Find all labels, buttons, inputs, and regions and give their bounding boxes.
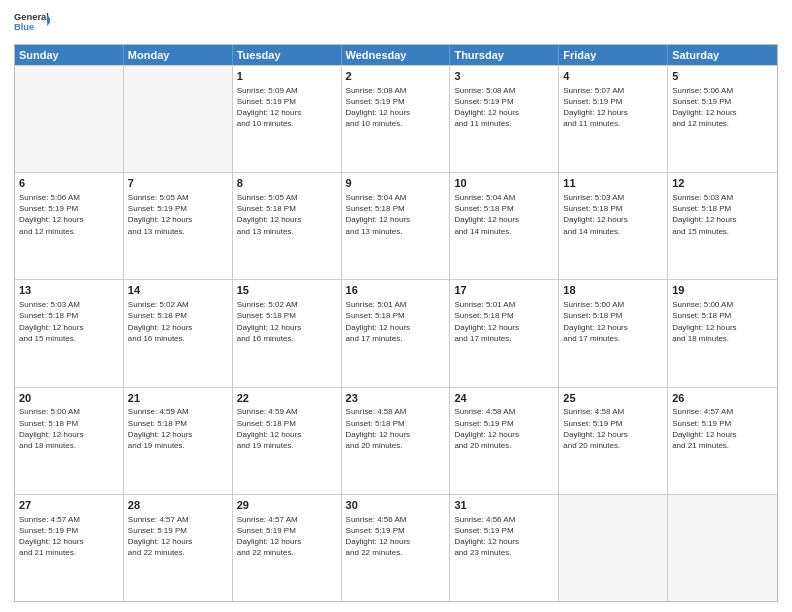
day-number: 24 bbox=[454, 391, 554, 406]
day-cell-28: 28Sunrise: 4:57 AM Sunset: 5:19 PM Dayli… bbox=[124, 495, 233, 601]
day-info: Sunrise: 5:05 AM Sunset: 5:18 PM Dayligh… bbox=[237, 192, 337, 237]
day-cell-18: 18Sunrise: 5:00 AM Sunset: 5:18 PM Dayli… bbox=[559, 280, 668, 386]
week-row-4: 20Sunrise: 5:00 AM Sunset: 5:18 PM Dayli… bbox=[15, 387, 777, 494]
day-info: Sunrise: 5:07 AM Sunset: 5:19 PM Dayligh… bbox=[563, 85, 663, 130]
svg-text:Blue: Blue bbox=[14, 22, 34, 32]
day-cell-30: 30Sunrise: 4:56 AM Sunset: 5:19 PM Dayli… bbox=[342, 495, 451, 601]
day-cell-11: 11Sunrise: 5:03 AM Sunset: 5:18 PM Dayli… bbox=[559, 173, 668, 279]
day-cell-22: 22Sunrise: 4:59 AM Sunset: 5:18 PM Dayli… bbox=[233, 388, 342, 494]
day-number: 26 bbox=[672, 391, 773, 406]
day-cell-20: 20Sunrise: 5:00 AM Sunset: 5:18 PM Dayli… bbox=[15, 388, 124, 494]
day-number: 1 bbox=[237, 69, 337, 84]
day-info: Sunrise: 5:04 AM Sunset: 5:18 PM Dayligh… bbox=[454, 192, 554, 237]
day-number: 5 bbox=[672, 69, 773, 84]
day-cell-21: 21Sunrise: 4:59 AM Sunset: 5:18 PM Dayli… bbox=[124, 388, 233, 494]
day-cell-29: 29Sunrise: 4:57 AM Sunset: 5:19 PM Dayli… bbox=[233, 495, 342, 601]
day-number: 21 bbox=[128, 391, 228, 406]
day-cell-14: 14Sunrise: 5:02 AM Sunset: 5:18 PM Dayli… bbox=[124, 280, 233, 386]
day-info: Sunrise: 5:00 AM Sunset: 5:18 PM Dayligh… bbox=[19, 406, 119, 451]
day-number: 7 bbox=[128, 176, 228, 191]
day-number: 11 bbox=[563, 176, 663, 191]
day-number: 29 bbox=[237, 498, 337, 513]
day-info: Sunrise: 4:57 AM Sunset: 5:19 PM Dayligh… bbox=[128, 514, 228, 559]
day-info: Sunrise: 4:59 AM Sunset: 5:18 PM Dayligh… bbox=[237, 406, 337, 451]
day-cell-2: 2Sunrise: 5:08 AM Sunset: 5:19 PM Daylig… bbox=[342, 66, 451, 172]
header-tuesday: Tuesday bbox=[233, 45, 342, 65]
day-number: 2 bbox=[346, 69, 446, 84]
day-cell-17: 17Sunrise: 5:01 AM Sunset: 5:18 PM Dayli… bbox=[450, 280, 559, 386]
header-wednesday: Wednesday bbox=[342, 45, 451, 65]
day-cell-8: 8Sunrise: 5:05 AM Sunset: 5:18 PM Daylig… bbox=[233, 173, 342, 279]
day-number: 20 bbox=[19, 391, 119, 406]
week-row-1: 1Sunrise: 5:09 AM Sunset: 5:19 PM Daylig… bbox=[15, 65, 777, 172]
day-info: Sunrise: 4:57 AM Sunset: 5:19 PM Dayligh… bbox=[19, 514, 119, 559]
day-info: Sunrise: 4:58 AM Sunset: 5:18 PM Dayligh… bbox=[346, 406, 446, 451]
day-info: Sunrise: 5:03 AM Sunset: 5:18 PM Dayligh… bbox=[563, 192, 663, 237]
calendar-header: SundayMondayTuesdayWednesdayThursdayFrid… bbox=[15, 45, 777, 65]
header-thursday: Thursday bbox=[450, 45, 559, 65]
day-number: 16 bbox=[346, 283, 446, 298]
day-cell-16: 16Sunrise: 5:01 AM Sunset: 5:18 PM Dayli… bbox=[342, 280, 451, 386]
day-info: Sunrise: 4:58 AM Sunset: 5:19 PM Dayligh… bbox=[454, 406, 554, 451]
day-number: 28 bbox=[128, 498, 228, 513]
day-number: 18 bbox=[563, 283, 663, 298]
day-number: 25 bbox=[563, 391, 663, 406]
header-friday: Friday bbox=[559, 45, 668, 65]
day-info: Sunrise: 5:06 AM Sunset: 5:19 PM Dayligh… bbox=[672, 85, 773, 130]
day-info: Sunrise: 5:03 AM Sunset: 5:18 PM Dayligh… bbox=[19, 299, 119, 344]
day-cell-13: 13Sunrise: 5:03 AM Sunset: 5:18 PM Dayli… bbox=[15, 280, 124, 386]
day-cell-27: 27Sunrise: 4:57 AM Sunset: 5:19 PM Dayli… bbox=[15, 495, 124, 601]
day-cell-5: 5Sunrise: 5:06 AM Sunset: 5:19 PM Daylig… bbox=[668, 66, 777, 172]
day-number: 19 bbox=[672, 283, 773, 298]
calendar: SundayMondayTuesdayWednesdayThursdayFrid… bbox=[14, 44, 778, 602]
day-cell-31: 31Sunrise: 4:56 AM Sunset: 5:19 PM Dayli… bbox=[450, 495, 559, 601]
header: General Blue bbox=[14, 10, 778, 38]
day-info: Sunrise: 5:05 AM Sunset: 5:19 PM Dayligh… bbox=[128, 192, 228, 237]
day-number: 22 bbox=[237, 391, 337, 406]
day-cell-26: 26Sunrise: 4:57 AM Sunset: 5:19 PM Dayli… bbox=[668, 388, 777, 494]
day-number: 9 bbox=[346, 176, 446, 191]
day-info: Sunrise: 5:08 AM Sunset: 5:19 PM Dayligh… bbox=[454, 85, 554, 130]
day-number: 14 bbox=[128, 283, 228, 298]
day-info: Sunrise: 5:02 AM Sunset: 5:18 PM Dayligh… bbox=[128, 299, 228, 344]
day-cell-3: 3Sunrise: 5:08 AM Sunset: 5:19 PM Daylig… bbox=[450, 66, 559, 172]
generalblue-logo-icon: General Blue bbox=[14, 10, 50, 38]
day-cell-15: 15Sunrise: 5:02 AM Sunset: 5:18 PM Dayli… bbox=[233, 280, 342, 386]
header-monday: Monday bbox=[124, 45, 233, 65]
day-number: 30 bbox=[346, 498, 446, 513]
day-info: Sunrise: 4:58 AM Sunset: 5:19 PM Dayligh… bbox=[563, 406, 663, 451]
day-info: Sunrise: 5:03 AM Sunset: 5:18 PM Dayligh… bbox=[672, 192, 773, 237]
empty-cell-0-0 bbox=[15, 66, 124, 172]
empty-cell-4-5 bbox=[559, 495, 668, 601]
day-number: 10 bbox=[454, 176, 554, 191]
day-cell-24: 24Sunrise: 4:58 AM Sunset: 5:19 PM Dayli… bbox=[450, 388, 559, 494]
day-info: Sunrise: 4:57 AM Sunset: 5:19 PM Dayligh… bbox=[237, 514, 337, 559]
day-cell-25: 25Sunrise: 4:58 AM Sunset: 5:19 PM Dayli… bbox=[559, 388, 668, 494]
logo: General Blue bbox=[14, 10, 50, 38]
day-number: 4 bbox=[563, 69, 663, 84]
day-cell-4: 4Sunrise: 5:07 AM Sunset: 5:19 PM Daylig… bbox=[559, 66, 668, 172]
day-number: 15 bbox=[237, 283, 337, 298]
week-row-2: 6Sunrise: 5:06 AM Sunset: 5:19 PM Daylig… bbox=[15, 172, 777, 279]
day-info: Sunrise: 4:59 AM Sunset: 5:18 PM Dayligh… bbox=[128, 406, 228, 451]
empty-cell-0-1 bbox=[124, 66, 233, 172]
day-info: Sunrise: 5:01 AM Sunset: 5:18 PM Dayligh… bbox=[346, 299, 446, 344]
day-cell-23: 23Sunrise: 4:58 AM Sunset: 5:18 PM Dayli… bbox=[342, 388, 451, 494]
day-cell-10: 10Sunrise: 5:04 AM Sunset: 5:18 PM Dayli… bbox=[450, 173, 559, 279]
day-info: Sunrise: 4:57 AM Sunset: 5:19 PM Dayligh… bbox=[672, 406, 773, 451]
day-number: 23 bbox=[346, 391, 446, 406]
day-number: 17 bbox=[454, 283, 554, 298]
day-number: 3 bbox=[454, 69, 554, 84]
day-number: 31 bbox=[454, 498, 554, 513]
day-info: Sunrise: 5:00 AM Sunset: 5:18 PM Dayligh… bbox=[563, 299, 663, 344]
day-cell-1: 1Sunrise: 5:09 AM Sunset: 5:19 PM Daylig… bbox=[233, 66, 342, 172]
svg-text:General: General bbox=[14, 12, 49, 22]
day-info: Sunrise: 4:56 AM Sunset: 5:19 PM Dayligh… bbox=[346, 514, 446, 559]
day-number: 13 bbox=[19, 283, 119, 298]
day-cell-7: 7Sunrise: 5:05 AM Sunset: 5:19 PM Daylig… bbox=[124, 173, 233, 279]
header-saturday: Saturday bbox=[668, 45, 777, 65]
day-cell-9: 9Sunrise: 5:04 AM Sunset: 5:18 PM Daylig… bbox=[342, 173, 451, 279]
day-cell-6: 6Sunrise: 5:06 AM Sunset: 5:19 PM Daylig… bbox=[15, 173, 124, 279]
day-cell-19: 19Sunrise: 5:00 AM Sunset: 5:18 PM Dayli… bbox=[668, 280, 777, 386]
week-row-5: 27Sunrise: 4:57 AM Sunset: 5:19 PM Dayli… bbox=[15, 494, 777, 601]
